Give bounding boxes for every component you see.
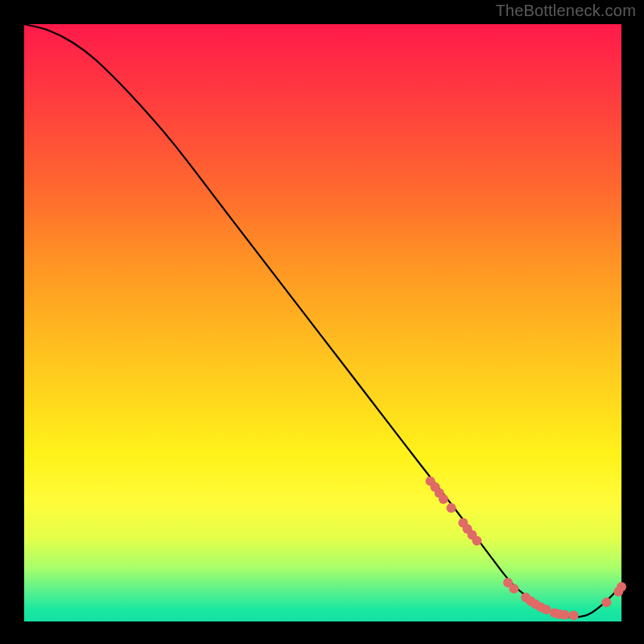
data-marker	[560, 610, 570, 620]
chart-svg	[24, 24, 621, 621]
chart-frame: TheBottleneck.com	[0, 0, 644, 644]
marker-group	[426, 477, 626, 621]
data-marker	[509, 584, 518, 593]
data-marker	[439, 494, 448, 504]
data-marker	[542, 605, 551, 614]
watermark-text: TheBottleneck.com	[495, 2, 636, 20]
data-marker	[601, 597, 611, 607]
plot-area	[24, 24, 621, 621]
bottleneck-curve	[24, 24, 621, 617]
data-marker	[472, 536, 481, 546]
data-marker	[447, 503, 456, 513]
data-marker	[617, 582, 626, 592]
data-marker	[569, 611, 579, 621]
